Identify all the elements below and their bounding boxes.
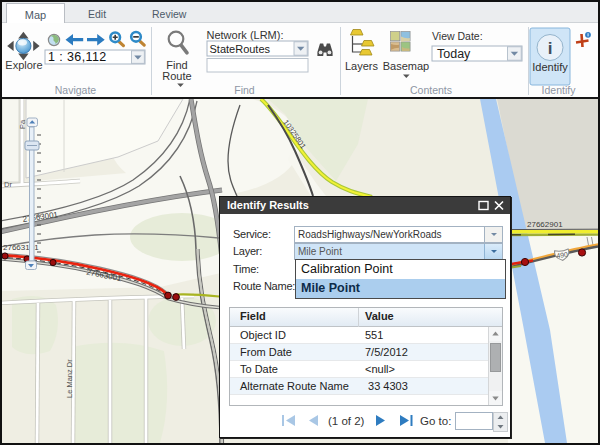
svg-text:Identify: Identify [532, 61, 568, 73]
svg-text:Le Manz Dr: Le Manz Dr [65, 359, 74, 398]
svg-text:Basemap: Basemap [383, 60, 429, 72]
svg-text:StateRoutes: StateRoutes [210, 43, 271, 55]
svg-text:Layers: Layers [345, 60, 379, 72]
svg-text:Explore: Explore [5, 59, 42, 71]
svg-text:Route: Route [162, 70, 191, 82]
svg-text:Find: Find [234, 84, 255, 96]
svg-text:Contents: Contents [410, 84, 452, 96]
svg-text:27662901: 27662901 [527, 220, 563, 229]
svg-text:Network (LRM):: Network (LRM): [207, 29, 284, 41]
svg-text:Identify: Identify [542, 84, 577, 96]
svg-text:Navigate: Navigate [55, 84, 97, 96]
svg-text:1 : 36,112: 1 : 36,112 [48, 50, 107, 64]
svg-text:Pa: Pa [18, 119, 27, 129]
svg-text:View Date:: View Date: [432, 30, 483, 42]
svg-text:Today: Today [437, 47, 471, 61]
svg-text:i: i [548, 39, 553, 58]
svg-text:Dr: Dr [4, 180, 12, 189]
